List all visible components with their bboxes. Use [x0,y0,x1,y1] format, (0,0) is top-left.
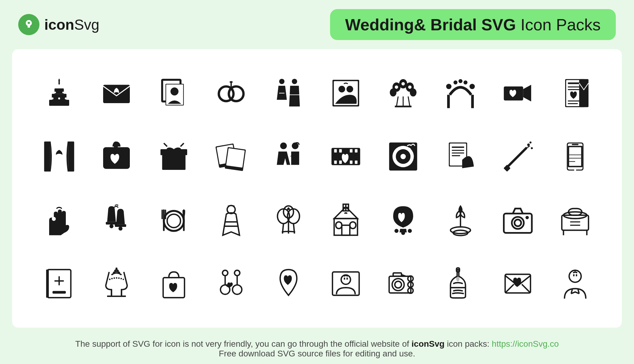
church-icon [317,194,374,246]
svg-point-160 [395,281,401,288]
svg-rect-33 [471,95,474,108]
vintage-camera-icon [374,258,432,309]
wedding-stage-icon [30,131,88,182]
header: iconSvg Wedding& Bridal SVG Icon Packs [0,0,634,49]
svg-point-86 [527,143,530,146]
svg-marker-5 [58,78,60,80]
svg-point-168 [456,276,459,281]
title-bold-text: Wedding& Bridal SVG [345,15,516,34]
page-title: Wedding& Bridal SVG Icon Packs [345,15,601,34]
svg-rect-49 [44,142,50,172]
svg-rect-11 [103,85,130,103]
svg-line-84 [506,148,526,168]
svg-rect-72 [350,160,352,164]
wedding-couple-frame-icon [317,67,374,119]
do-not-disturb-heart-icon [88,131,145,182]
camera-icon [489,194,546,246]
svg-point-131 [512,217,524,229]
svg-point-19 [292,79,297,84]
svg-rect-61 [226,148,244,168]
svg-point-124 [394,229,398,233]
svg-point-30 [401,82,405,85]
wedding-centerpiece-icon [432,194,489,246]
svg-line-57 [180,143,184,147]
svg-point-9 [54,92,56,93]
svg-point-159 [392,279,404,291]
logo-svg [23,19,35,31]
main-card [12,49,622,328]
footer-link[interactable]: https://iconSvg.co [492,339,559,349]
footer-text1: The support of SVG for icon is not very … [75,339,412,349]
svg-rect-82 [452,153,464,153]
svg-rect-164 [393,273,402,276]
wine-bottle-icon [432,258,489,309]
svg-point-100 [109,224,113,228]
svg-rect-66 [334,149,337,153]
svg-point-7 [58,97,60,99]
love-letter-icon [88,67,145,119]
svg-point-10 [62,92,64,93]
svg-rect-70 [334,160,337,164]
svg-rect-122 [336,222,342,228]
svg-point-6 [51,97,53,99]
svg-point-63 [292,143,298,149]
svg-line-56 [164,143,167,147]
bride-icon [202,194,260,246]
icons-grid [30,61,604,315]
logo-text: iconSvg [44,16,99,33]
svg-point-125 [401,231,405,235]
champagne-toast-icon [88,258,145,309]
footer-text2: icon packs: [447,339,492,349]
ring-hand-icon [30,194,88,246]
svg-rect-99 [106,222,117,224]
wedding-phone-icon [546,131,604,182]
wedding-bells-icon [88,194,145,246]
svg-point-132 [514,220,521,226]
svg-rect-3 [54,88,64,94]
svg-rect-121 [342,225,349,235]
svg-point-22 [338,86,345,93]
dinner-setting-icon [145,194,202,246]
svg-rect-55 [172,149,176,170]
couple-proposal-icon [260,131,317,182]
wedding-invitation-icon [546,67,604,119]
earrings-icon [202,258,260,309]
title-badge: Wedding& Bridal SVG Icon Packs [330,9,616,40]
svg-rect-67 [339,149,342,153]
title-normal-text: Icon Packs [516,15,601,34]
shopping-bag-heart-icon [145,258,202,309]
svg-point-18 [279,79,285,84]
svg-rect-4 [58,80,59,84]
svg-rect-101 [115,224,126,227]
svg-rect-123 [350,222,356,228]
svg-point-102 [118,227,122,231]
svg-point-17 [229,86,243,101]
svg-point-28 [410,88,416,96]
gift-box-icon [145,131,202,182]
love-balloons-icon [260,194,317,246]
svg-rect-1 [49,100,69,106]
svg-point-31 [408,85,411,89]
bible-icon [30,258,88,309]
svg-point-153 [232,285,242,295]
svg-point-29 [395,85,398,89]
svg-rect-68 [350,149,352,153]
svg-rect-146 [52,291,66,294]
svg-point-15 [170,87,178,95]
svg-point-155 [341,275,350,285]
svg-point-98 [52,217,55,221]
svg-rect-80 [452,147,464,148]
svg-rect-81 [452,150,464,151]
wedding-rings-icon [202,67,260,119]
svg-point-88 [529,142,531,144]
footer-brand: iconSvg [412,339,445,349]
svg-rect-116 [334,218,357,235]
svg-rect-94 [569,147,581,166]
wedding-photo-frame-icon [145,67,202,119]
logo-normal: Svg [74,17,99,33]
svg-point-62 [280,143,287,149]
groom-video-icon [317,258,374,309]
film-strip-icon [317,131,374,182]
svg-point-152 [234,270,240,276]
svg-rect-93 [572,144,578,145]
